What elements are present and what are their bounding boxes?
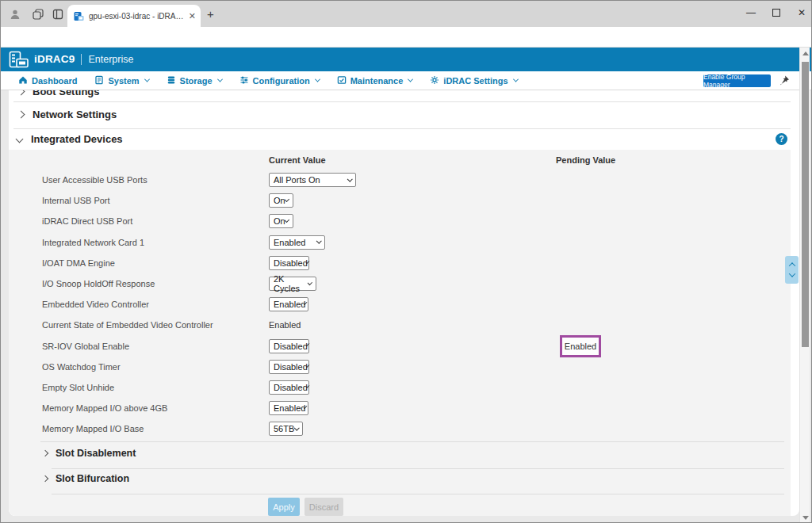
i-oat-dma-engine-select[interactable]: Disabled: [269, 256, 309, 270]
setting-label: SR-IOV Global Enable: [42, 342, 129, 351]
internal-usb-port-select[interactable]: On: [269, 193, 293, 208]
selected-value: Disabled: [274, 383, 308, 392]
apply-button[interactable]: Apply: [268, 498, 300, 516]
chevron-down-icon: [315, 77, 320, 82]
tab-actions-icon[interactable]: [50, 6, 66, 22]
chevron-right-icon: [42, 475, 48, 482]
workspaces-icon[interactable]: [29, 6, 45, 22]
setting-row-empty-slot-unhide: Empty Slot UnhideDisabled: [9, 377, 791, 398]
browser-toolbar: ✕ Not secure | https //192.168.1.113 /re…: [1, 27, 812, 48]
chevron-right-icon: [17, 111, 25, 119]
selected-value: Enabled: [274, 238, 305, 247]
subsection-slot-bifurcation[interactable]: Slot Bifurcation: [43, 473, 129, 484]
nav-item-system[interactable]: System: [94, 75, 148, 86]
idrac-logo: [9, 51, 29, 69]
idrac-header: iDRAC9 Enterprise ?: [1, 48, 812, 71]
nav-item-idrac-settings[interactable]: iDRAC Settings: [430, 75, 517, 86]
selected-value: All Ports On: [274, 175, 320, 185]
gear-icon: [430, 75, 439, 86]
window-minimize-button[interactable]: —: [738, 1, 764, 25]
product-name: iDRAC9: [34, 53, 75, 65]
setting-label: Memory Mapped I/O above 4GB: [42, 403, 167, 413]
user-accessible-usb-ports-select[interactable]: All Ports On: [269, 173, 356, 187]
chevron-down-icon: [306, 343, 309, 346]
content-card: Boot Settings Network Settings Integrate…: [9, 90, 799, 516]
tab-close-icon[interactable]: ✕: [189, 11, 196, 21]
embedded-video-controller-select[interactable]: Enabled: [269, 297, 308, 311]
chevron-down-icon: [408, 77, 413, 82]
subsection-label: Slot Bifurcation: [56, 473, 129, 484]
column-header-current: Current Value: [269, 155, 326, 165]
system-icon: [94, 75, 104, 86]
nav-item-dashboard[interactable]: Dashboard: [18, 75, 77, 86]
setting-label: I/OAT DMA Engine: [42, 258, 115, 268]
profile-icon[interactable]: [7, 6, 23, 22]
empty-slot-unhide-select[interactable]: Disabled: [269, 380, 309, 395]
section-label: Boot Settings: [33, 90, 100, 97]
chevron-down-icon: [316, 239, 321, 243]
idrac-nav: DashboardSystemStorageConfigurationMaint…: [1, 71, 812, 90]
section-help-icon[interactable]: ?: [776, 133, 787, 145]
window-maximize-button[interactable]: [764, 1, 789, 25]
os-watchdog-timer-select[interactable]: Disabled: [269, 360, 309, 374]
setting-row-os-watchdog-timer: OS Watchdog TimerDisabled: [9, 357, 791, 377]
setting-label: I/O Snoop HoldOff Response: [42, 279, 155, 288]
scroll-down-icon[interactable]: [788, 271, 795, 277]
idrac-direct-usb-port-select[interactable]: On: [269, 214, 293, 228]
nav-item-label: Configuration: [253, 76, 310, 86]
browser-scrollbar: [799, 48, 810, 523]
subsection-slot-disablement[interactable]: Slot Disablement: [43, 448, 136, 459]
main-nav-items: DashboardSystemStorageConfigurationMaint…: [18, 71, 518, 90]
integrated-network-card-1-select[interactable]: Enabled: [269, 235, 325, 250]
selected-value: On: [274, 216, 285, 226]
setting-label: Internal USB Port: [42, 196, 110, 205]
section-boot-settings[interactable]: Boot Settings: [18, 90, 100, 97]
selected-value: Enabled: [274, 300, 305, 309]
section-label: Network Settings: [33, 109, 117, 120]
home-icon: [18, 75, 28, 86]
enable-group-manager-button[interactable]: Enable Group Manager: [703, 74, 771, 87]
chevron-right-icon: [42, 450, 48, 456]
selected-value: 2K Cycles: [274, 274, 308, 293]
memory-mapped-i-o-above-4gb-select[interactable]: Enabled: [269, 401, 308, 415]
section-network-settings[interactable]: Network Settings: [18, 109, 117, 120]
i-o-snoop-holdoff-response-select[interactable]: 2K Cycles: [269, 277, 316, 291]
setting-row-user-accessible-usb-ports: User Accessible USB PortsAll Ports On: [9, 170, 791, 190]
scrollbar-thumb[interactable]: [802, 62, 809, 347]
pending-value-highlight: Enabled: [560, 335, 601, 357]
static-value: Enabled: [269, 320, 301, 330]
scrollbar-down-arrow[interactable]: [802, 516, 809, 520]
setting-row-internal-usb-port: Internal USB PortOn: [9, 190, 791, 211]
pin-icon[interactable]: [778, 74, 791, 87]
browser-tab[interactable]: gpu-esxi-03-idrac - iDRAC9 - Con ✕: [67, 5, 201, 27]
sr-iov-global-enable-select[interactable]: Disabled: [269, 339, 309, 353]
chevron-down-icon: [294, 426, 299, 430]
scrollbar-up-arrow[interactable]: [802, 52, 809, 55]
page-scroll-widget: [785, 256, 799, 284]
chevron-down-icon: [513, 77, 519, 82]
setting-row-memory-mapped-i-o-above-4gb: Memory Mapped I/O above 4GBEnabled: [9, 398, 791, 418]
discard-button[interactable]: Discard: [304, 498, 343, 516]
nav-item-maintenance[interactable]: Maintenance: [337, 75, 413, 86]
section-integrated-devices[interactable]: Integrated Devices: [17, 133, 123, 145]
window-close-button[interactable]: ✕: [789, 1, 812, 25]
storage-icon: [167, 75, 176, 86]
setting-label: Empty Slot Unhide: [42, 383, 114, 392]
new-tab-button[interactable]: +: [207, 7, 214, 21]
chevron-down-icon: [217, 77, 223, 82]
section-label: Integrated Devices: [31, 133, 123, 145]
selected-value: Disabled: [274, 258, 308, 268]
setting-row-idrac-direct-usb-port: iDRAC Direct USB PortOn: [9, 211, 791, 231]
setting-label: Integrated Network Card 1: [42, 238, 144, 247]
maintenance-icon: [337, 75, 347, 86]
nav-item-configuration[interactable]: Configuration: [239, 75, 320, 86]
nav-item-storage[interactable]: Storage: [167, 75, 222, 86]
setting-row-i-o-snoop-holdoff-response: I/O Snoop HoldOff Response2K Cycles: [9, 273, 791, 294]
scroll-up-icon[interactable]: [788, 262, 795, 269]
tab-favicon: [74, 11, 84, 21]
setting-label: iDRAC Direct USB Port: [42, 216, 132, 226]
chevron-down-icon: [16, 136, 24, 143]
memory-mapped-i-o-base-select[interactable]: 56TB: [269, 422, 303, 436]
setting-row-integrated-network-card-1: Integrated Network Card 1Enabled: [9, 232, 791, 253]
setting-label: Current State of Embedded Video Controll…: [42, 320, 213, 330]
